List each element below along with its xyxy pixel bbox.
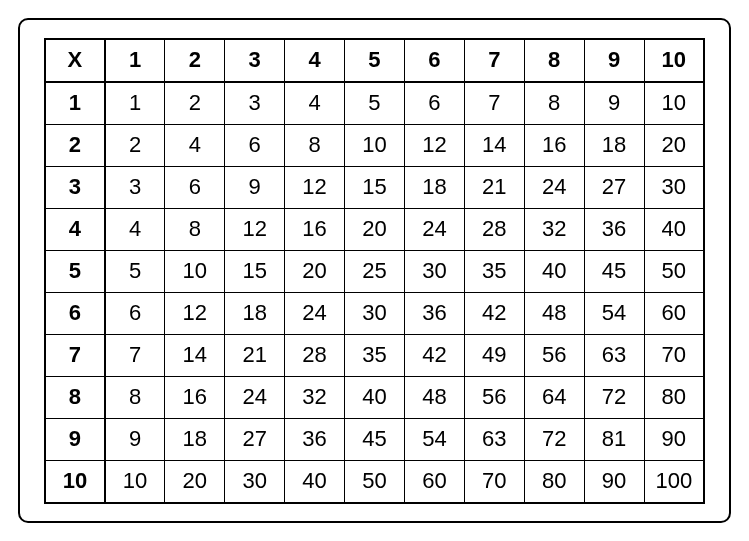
table-cell: 2 (165, 82, 225, 125)
table-cell: 63 (464, 418, 524, 460)
table-cell: 72 (584, 376, 644, 418)
table-cell: 36 (285, 418, 345, 460)
table-cell: 54 (584, 292, 644, 334)
table-row: 4 4 8 12 16 20 24 28 32 36 40 (45, 208, 704, 250)
table-cell: 21 (225, 334, 285, 376)
table-cell: 40 (644, 208, 704, 250)
table-cell: 27 (225, 418, 285, 460)
col-header: 4 (285, 39, 345, 82)
table-cell: 16 (285, 208, 345, 250)
table-cell: 36 (404, 292, 464, 334)
table-row: 2 2 4 6 8 10 12 14 16 18 20 (45, 124, 704, 166)
table-cell: 9 (225, 166, 285, 208)
table-cell: 10 (345, 124, 405, 166)
table-cell: 30 (225, 460, 285, 503)
table-cell: 16 (524, 124, 584, 166)
col-header: 9 (584, 39, 644, 82)
table-row: 1 1 2 3 4 5 6 7 8 9 10 (45, 82, 704, 125)
table-cell: 30 (404, 250, 464, 292)
table-cell: 18 (165, 418, 225, 460)
row-header: 7 (45, 334, 105, 376)
col-header: 1 (105, 39, 165, 82)
table-cell: 27 (584, 166, 644, 208)
table-cell: 1 (105, 82, 165, 125)
table-cell: 90 (584, 460, 644, 503)
table-cell: 35 (345, 334, 405, 376)
table-cell: 8 (285, 124, 345, 166)
table-cell: 4 (165, 124, 225, 166)
table-cell: 25 (345, 250, 405, 292)
row-header: 4 (45, 208, 105, 250)
table-cell: 80 (524, 460, 584, 503)
table-cell: 21 (464, 166, 524, 208)
table-cell: 42 (404, 334, 464, 376)
col-header: 8 (524, 39, 584, 82)
table-cell: 6 (105, 292, 165, 334)
col-header: 5 (345, 39, 405, 82)
col-header: 7 (464, 39, 524, 82)
table-cell: 15 (345, 166, 405, 208)
row-header: 9 (45, 418, 105, 460)
row-header: 1 (45, 82, 105, 125)
col-header: 10 (644, 39, 704, 82)
table-cell: 18 (584, 124, 644, 166)
table-cell: 32 (524, 208, 584, 250)
table-cell: 20 (285, 250, 345, 292)
table-cell: 7 (464, 82, 524, 125)
table-cell: 45 (584, 250, 644, 292)
table-cell: 18 (404, 166, 464, 208)
table-cell: 28 (464, 208, 524, 250)
table-cell: 30 (644, 166, 704, 208)
table-cell: 40 (345, 376, 405, 418)
table-cell: 20 (345, 208, 405, 250)
table-cell: 54 (404, 418, 464, 460)
table-cell: 56 (524, 334, 584, 376)
table-cell: 32 (285, 376, 345, 418)
table-cell: 10 (105, 460, 165, 503)
table-cell: 4 (105, 208, 165, 250)
col-header: 3 (225, 39, 285, 82)
table-cell: 64 (524, 376, 584, 418)
table-cell: 60 (644, 292, 704, 334)
table-cell: 81 (584, 418, 644, 460)
table-cell: 10 (644, 82, 704, 125)
table-row: 5 5 10 15 20 25 30 35 40 45 50 (45, 250, 704, 292)
table-row: 6 6 12 18 24 30 36 42 48 54 60 (45, 292, 704, 334)
table-cell: 48 (524, 292, 584, 334)
table-cell: 45 (345, 418, 405, 460)
corner-cell: X (45, 39, 105, 82)
table-row: 10 10 20 30 40 50 60 70 80 90 100 (45, 460, 704, 503)
table-cell: 6 (404, 82, 464, 125)
table-cell: 6 (165, 166, 225, 208)
table-cell: 56 (464, 376, 524, 418)
table-cell: 9 (584, 82, 644, 125)
table-cell: 72 (524, 418, 584, 460)
row-header: 8 (45, 376, 105, 418)
table-row: 7 7 14 21 28 35 42 49 56 63 70 (45, 334, 704, 376)
table-cell: 80 (644, 376, 704, 418)
page: X 1 2 3 4 5 6 7 8 9 10 1 1 2 3 4 5 6 7 (0, 0, 749, 541)
table-cell: 7 (105, 334, 165, 376)
document-frame: X 1 2 3 4 5 6 7 8 9 10 1 1 2 3 4 5 6 7 (18, 18, 731, 523)
table-cell: 15 (225, 250, 285, 292)
table-row: X 1 2 3 4 5 6 7 8 9 10 (45, 39, 704, 82)
table-cell: 10 (165, 250, 225, 292)
table-cell: 40 (524, 250, 584, 292)
table-cell: 60 (404, 460, 464, 503)
table-cell: 30 (345, 292, 405, 334)
table-cell: 50 (345, 460, 405, 503)
table-cell: 100 (644, 460, 704, 503)
table-cell: 3 (225, 82, 285, 125)
table-cell: 4 (285, 82, 345, 125)
table-cell: 14 (464, 124, 524, 166)
row-header: 10 (45, 460, 105, 503)
table-cell: 24 (404, 208, 464, 250)
table-cell: 18 (225, 292, 285, 334)
row-header: 5 (45, 250, 105, 292)
table-cell: 20 (165, 460, 225, 503)
table-cell: 40 (285, 460, 345, 503)
table-cell: 42 (464, 292, 524, 334)
table-cell: 2 (105, 124, 165, 166)
table-cell: 63 (584, 334, 644, 376)
table-cell: 24 (225, 376, 285, 418)
